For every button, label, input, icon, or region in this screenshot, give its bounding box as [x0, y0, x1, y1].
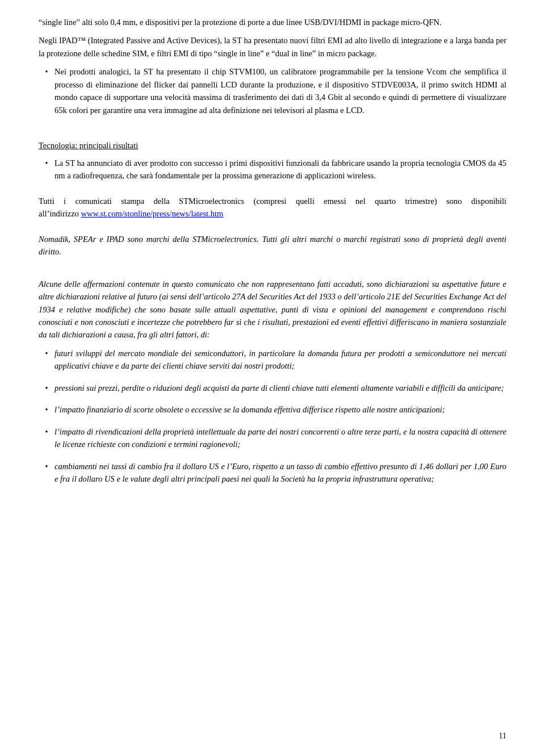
risk-dot-4: • — [39, 425, 54, 438]
risk-dot-3: • — [39, 403, 54, 416]
disclaimer-paragraph: Alcune delle affermazioni contenute in q… — [39, 278, 506, 341]
bullet-dot-1: • — [39, 65, 54, 78]
risk-text-4: l’impatto di rivendicazioni della propri… — [54, 425, 506, 451]
bullet-text-2: La ST ha annunciato di aver prodotto con… — [54, 157, 506, 182]
risk-dot-2: • — [39, 382, 54, 395]
risk-text-5: cambiamenti nei tassi di cambio fra il d… — [54, 460, 506, 486]
intro-paragraph-2: Negli IPAD™ (Integrated Passive and Acti… — [39, 34, 506, 60]
bullet-section-2: • La ST ha annunciato di aver prodotto c… — [39, 157, 506, 182]
press-release-paragraph: Tutti i comunicati stampa della STMicroe… — [39, 195, 506, 220]
risk-text-2: pressioni sui prezzi, perdite o riduzion… — [54, 382, 506, 394]
page-number: 11 — [499, 730, 506, 742]
bullet-dot-2: • — [39, 157, 54, 170]
risk-item-5: • cambiamenti nei tassi di cambio fra il… — [39, 460, 506, 491]
intro-paragraph-1: “single line” alti solo 0,4 mm, e dispos… — [39, 16, 506, 28]
risk-dot-5: • — [39, 460, 54, 473]
bullet-item-2: • La ST ha annunciato di aver prodotto c… — [39, 157, 506, 182]
press-release-link[interactable]: www.st.com/stonline/press/news/latest.ht… — [81, 209, 223, 218]
risk-text-3: l’impatto finanziario di scorte obsolete… — [54, 403, 506, 416]
trademarks-paragraph: Nomadik, SPEAr e IPAD sono marchi della … — [39, 233, 506, 258]
bullet-text-1: Nei prodotti analogici, la ST ha present… — [54, 65, 506, 116]
risk-item-2: • pressioni sui prezzi, perdite o riduzi… — [39, 382, 506, 400]
section-heading-technology: Tecnologia: principali risultati — [39, 139, 506, 152]
risk-text-1: futuri sviluppi del mercato mondiale dei… — [54, 347, 506, 373]
risk-dot-1: • — [39, 347, 54, 360]
risk-item-4: • l’impatto di rivendicazioni della prop… — [39, 425, 506, 457]
risk-bullet-section: • futuri sviluppi del mercato mondiale d… — [39, 347, 506, 491]
bullet-section-1: • Nei prodotti analogici, la ST ha prese… — [39, 65, 506, 116]
bullet-item-1: • Nei prodotti analogici, la ST ha prese… — [39, 65, 506, 116]
risk-item-3: • l’impatto finanziario di scorte obsole… — [39, 403, 506, 421]
page-content: “single line” alti solo 0,4 mm, e dispos… — [0, 0, 545, 531]
risk-item-1: • futuri sviluppi del mercato mondiale d… — [39, 347, 506, 378]
